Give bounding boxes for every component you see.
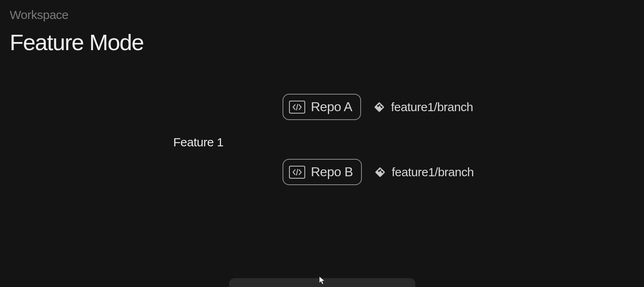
git-icon [373,101,385,113]
svg-rect-1 [374,102,384,112]
feature-label: Feature 1 [173,135,223,149]
svg-line-0 [297,104,298,110]
svg-rect-6 [375,167,385,177]
code-icon [289,166,305,179]
branch-name: feature1/branch [392,165,474,179]
media-control-bar[interactable] [229,278,415,287]
repo-chip-a[interactable]: Repo A [283,94,361,120]
code-icon [289,101,305,114]
svg-line-5 [297,169,298,175]
repo-row: Repo B feat [283,159,474,185]
cursor-icon [319,276,326,287]
breadcrumb[interactable]: Workspace [10,8,634,22]
branch-name: feature1/branch [391,100,473,114]
repo-row: Repo A feat [283,94,474,120]
git-icon [374,166,386,178]
repo-name: Repo B [311,165,353,179]
branch-block: feature1/branch [374,165,474,179]
branch-block: feature1/branch [373,100,473,114]
repo-name: Repo A [311,99,352,114]
repo-chip-b[interactable]: Repo B [283,159,362,185]
page-title: Feature Mode [10,29,634,55]
